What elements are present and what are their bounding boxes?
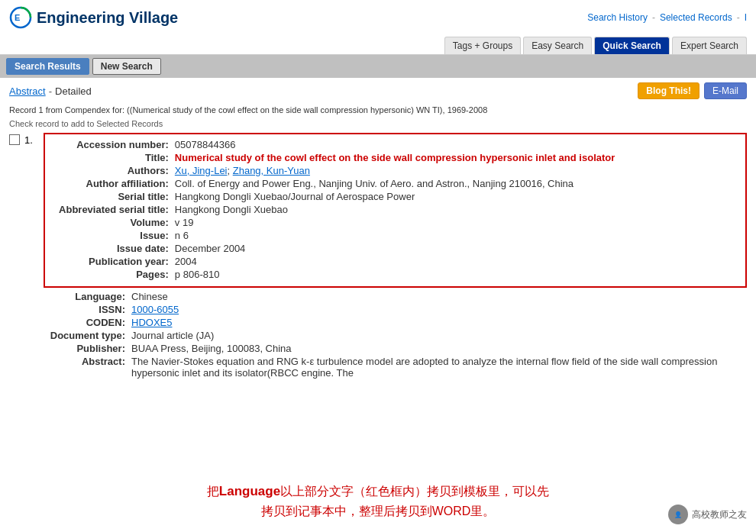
watermark: 👤 高校教师之友: [668, 505, 747, 524]
record-row-serial: Serial title: Hangkong Dongli Xuebao/Jou…: [53, 191, 738, 202]
search-results-button[interactable]: Search Results: [6, 58, 89, 75]
pages-label: Pages:: [53, 269, 175, 280]
coden-label: CODEN:: [9, 317, 131, 328]
record-info: Record 1 from Compendex for: ((Numerical…: [0, 104, 756, 118]
action-buttons: Blog This! E-Mail: [638, 82, 747, 99]
record-row-issue-date: Issue date: December 2004: [53, 243, 738, 254]
publisher-value: BUAA Press, Beijing, 100083, China: [131, 343, 747, 354]
toolbar: Search Results New Search: [0, 55, 756, 78]
record-row-pub-year: Publication year: 2004: [53, 256, 738, 267]
tab-expert-search[interactable]: Expert Search: [672, 37, 747, 54]
abbrev-value: Hangkong Dongli Xuebao: [175, 204, 738, 215]
record-row-affiliation: Author affiliation: Coll. of Energy and …: [53, 178, 738, 189]
affiliation-value: Coll. of Energy and Power Eng., Nanjing …: [175, 178, 738, 189]
view-area: Abstract - Detailed Blog This! E-Mail: [0, 78, 756, 104]
footer-annotation: 把Language把Language以上部分文字（红色框内）拷贝到模板里，可以先…: [0, 470, 756, 532]
record-container: 1. Accession number: 05078844366 Title: …: [9, 133, 747, 288]
serial-value: Hangkong Dongli Xuebao/Journal of Aerosp…: [175, 191, 738, 202]
authors-value: Xu, Jing-Lei; Zhang, Kun-Yuan: [175, 165, 738, 176]
footer-bold-lang: Language: [219, 484, 280, 498]
issn-link[interactable]: 1000-6055: [131, 304, 179, 315]
accession-value: 05078844366: [175, 139, 738, 150]
record-row-issue: Issue: n 6: [53, 230, 738, 241]
issue-date-label: Issue date:: [53, 243, 175, 254]
issue-label: Issue:: [53, 230, 175, 241]
new-search-button[interactable]: New Search: [92, 58, 161, 75]
abbrev-label: Abbreviated serial title:: [53, 204, 175, 215]
language-label: Language:: [9, 291, 131, 302]
issn-value: 1000-6055: [131, 304, 747, 315]
affiliation-label: Author affiliation:: [53, 178, 175, 189]
volume-value: v 19: [175, 217, 738, 228]
tab-quick-search[interactable]: Quick Search: [594, 37, 670, 54]
volume-label: Volume:: [53, 217, 175, 228]
detailed-label: Detailed: [55, 85, 92, 97]
record-row-accession: Accession number: 05078844366: [53, 139, 738, 150]
header: E Engineering Village Search History - S…: [0, 0, 756, 55]
doc-type-value: Journal article (JA): [131, 330, 747, 341]
coden-link[interactable]: HDOXE5: [131, 317, 172, 328]
ev-logo: E Engineering Village: [9, 6, 178, 29]
email-button[interactable]: E-Mail: [704, 82, 747, 99]
record-box: Accession number: 05078844366 Title: Num…: [44, 133, 747, 288]
watermark-icon: 👤: [668, 505, 688, 524]
issn-label: ISSN:: [9, 304, 131, 315]
below-box: Language: Chinese ISSN: 1000-6055 CODEN:…: [9, 291, 747, 379]
accession-label: Accession number:: [53, 139, 175, 150]
below-row-issn: ISSN: 1000-6055: [9, 304, 747, 315]
title-label: Title:: [53, 152, 175, 163]
watermark-text: 高校教师之友: [692, 508, 747, 521]
issue-date-value: December 2004: [175, 243, 738, 254]
header-link-i[interactable]: I: [745, 12, 747, 23]
authors-label: Authors:: [53, 165, 175, 176]
issue-value: n 6: [175, 230, 738, 241]
abstract-field-value: The Navier-Stokes equation and RNG k-ε t…: [131, 356, 747, 379]
separator: -: [49, 85, 52, 97]
logo-text: Engineering Village: [37, 8, 178, 27]
coden-value: HDOXE5: [131, 317, 747, 328]
record-row-abbrev: Abbreviated serial title: Hangkong Dongl…: [53, 204, 738, 215]
author-link-1[interactable]: Xu, Jing-Lei: [175, 165, 228, 176]
title-value: Numerical study of the cowl effect on th…: [175, 152, 738, 163]
record-row-title: Title: Numerical study of the cowl effec…: [53, 152, 738, 163]
below-row-abstract: Abstract: The Navier-Stokes equation and…: [9, 356, 747, 379]
author-link-2[interactable]: Zhang, Kun-Yuan: [233, 165, 310, 176]
main-content: 1. Accession number: 05078844366 Title: …: [0, 130, 756, 383]
language-value: Chinese: [131, 291, 747, 302]
serial-label: Serial title:: [53, 191, 175, 202]
svg-text:E: E: [15, 13, 20, 22]
abstract-field-label: Abstract:: [9, 356, 131, 379]
check-record: Check record to add to Selected Records: [0, 118, 756, 130]
doc-type-label: Document type:: [9, 330, 131, 341]
selected-records-link[interactable]: Selected Records: [660, 12, 732, 23]
nav-tabs: Tags + Groups Easy Search Quick Search E…: [9, 34, 747, 54]
below-row-coden: CODEN: HDOXE5: [9, 317, 747, 328]
record-number: 1.: [24, 134, 33, 146]
below-row-publisher: Publisher: BUAA Press, Beijing, 100083, …: [9, 343, 747, 354]
publisher-label: Publisher:: [9, 343, 131, 354]
record-row-authors: Authors: Xu, Jing-Lei; Zhang, Kun-Yuan: [53, 165, 738, 176]
below-row-doc-type: Document type: Journal article (JA): [9, 330, 747, 341]
header-top: E Engineering Village Search History - S…: [9, 6, 747, 29]
pub-year-label: Publication year:: [53, 256, 175, 267]
footer-line2: 拷贝到记事本中，整理后拷贝到WORD里。: [261, 505, 496, 517]
below-row-language: Language: Chinese: [9, 291, 747, 302]
abstract-link[interactable]: Abstract: [9, 85, 46, 97]
record-checkbox[interactable]: [9, 134, 20, 145]
footer-text: 把Language把Language以上部分文字（红色框内）拷贝到模板里，可以先…: [15, 481, 741, 521]
pub-year-value: 2004: [175, 256, 738, 267]
tab-tags-groups[interactable]: Tags + Groups: [444, 37, 521, 54]
record-row-volume: Volume: v 19: [53, 217, 738, 228]
pages-value: p 806-810: [175, 269, 738, 280]
tab-easy-search[interactable]: Easy Search: [523, 37, 592, 54]
ev-logo-icon: E: [9, 6, 32, 29]
search-history-link[interactable]: Search History: [587, 12, 648, 23]
view-links: Abstract - Detailed: [9, 85, 92, 97]
blog-this-button[interactable]: Blog This!: [638, 82, 699, 99]
record-row-pages: Pages: p 806-810: [53, 269, 738, 280]
header-links: Search History - Selected Records - I: [587, 12, 747, 23]
